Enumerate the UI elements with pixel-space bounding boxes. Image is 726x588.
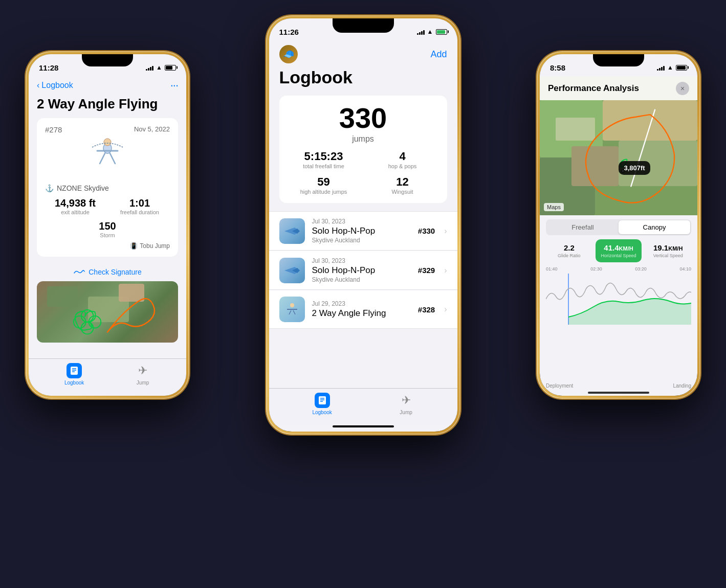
left-content: 2 Way Angle Flying #278 Nov 5, 2022	[29, 96, 186, 358]
center-notch	[333, 18, 394, 33]
tab-jump-left[interactable]: ✈ Jump	[135, 363, 150, 386]
back-button[interactable]: ‹ Logbook	[37, 81, 73, 90]
chart-section: 01:40 02:30 03:20 04:10	[546, 266, 691, 381]
storm-label: Storm	[45, 232, 170, 238]
logbook-tab-icon-center	[317, 395, 327, 405]
jumps-list: Jul 30, 2023 Solo Hop-N-Pop Skydive Auck…	[269, 211, 457, 388]
jump-date-329: Jul 30, 2023	[312, 257, 411, 264]
jumps-big-display: 330 jumps	[288, 104, 439, 144]
freefall-tab[interactable]: Freefall	[547, 220, 619, 234]
jump-center-icon: ✈	[399, 393, 414, 408]
wingsuit-value: 12	[366, 175, 439, 189]
jump-icon: ✈	[135, 363, 150, 378]
chevron-right-icon-330: ›	[444, 227, 447, 236]
landing-label: Landing	[673, 383, 691, 389]
skydiver-small-icon	[283, 302, 301, 316]
svg-point-5	[74, 316, 86, 328]
logbook-icon	[67, 363, 82, 378]
vibrate-icon: 📳	[130, 242, 138, 250]
time-label-0: 01:40	[546, 266, 558, 272]
wifi-icon: ▲	[156, 64, 162, 71]
jump-thumb-img-328	[279, 297, 305, 322]
right-time: 8:58	[550, 63, 565, 72]
perf-header: Performance Analysis ×	[540, 77, 697, 100]
canopy-tab[interactable]: Canopy	[619, 220, 690, 234]
center-status-icons: ▲	[417, 28, 447, 35]
speed-metrics: 2.2 Glide Ratio 41.4KM/H Horizontal Spee…	[546, 239, 691, 262]
jump-list-item[interactable]: Jul 30, 2023 Solo Hop-N-Pop Skydive Auck…	[269, 211, 457, 251]
close-button[interactable]: ×	[676, 82, 689, 95]
chevron-right-icon-329: ›	[444, 266, 447, 275]
chart-svg	[546, 274, 691, 325]
storm-section: 150 Storm	[45, 220, 170, 238]
jump-stats-grid: 14,938 ft exit altitude 1:01 freefall du…	[45, 197, 170, 215]
dropzone-name: NZONE Skydive	[57, 184, 109, 192]
jump-card: #278 Nov 5, 2022	[37, 118, 178, 257]
stats-summary-card: 330 jumps 5:15:23 total freefall time 4 …	[279, 96, 447, 203]
horiz-unit: KM/H	[619, 245, 633, 252]
center-signal-icon	[417, 29, 425, 35]
tab-logbook-center[interactable]: Logbook	[312, 393, 332, 415]
freefall-time-value: 5:15:23	[288, 150, 360, 163]
logbook-title: Logbook	[269, 67, 457, 96]
exit-altitude-stat: 14,938 ft exit altitude	[45, 197, 105, 215]
horizontal-speed-value: 41.4KM/H	[598, 243, 640, 252]
vertical-speed-label: Vertical Speed	[647, 253, 689, 258]
user-avatar: 🧢	[279, 45, 298, 63]
signature-label: Check Signature	[89, 268, 142, 276]
anchor-icon: ⚓	[45, 184, 54, 192]
left-notch	[82, 54, 133, 66]
right-status-icons: ▲	[657, 64, 687, 71]
dropzone-row: ⚓ NZONE Skydive	[45, 184, 170, 192]
left-status-icons: ▲	[146, 64, 176, 71]
center-time: 11:26	[279, 28, 299, 36]
jump-thumb-img-330	[279, 218, 305, 244]
jump-tab-label-center: Jump	[400, 410, 412, 415]
deployment-label: Deployment	[546, 383, 573, 389]
freefall-canopy-tabs: Freefall Canopy	[546, 219, 691, 235]
svg-rect-17	[319, 396, 326, 404]
freefall-time-stat: 5:15:23 total freefall time	[288, 150, 360, 169]
right-phone: 8:58 ▲ Performance A	[537, 51, 700, 399]
tab-logbook-left[interactable]: Logbook	[64, 363, 84, 386]
high-altitude-value: 59	[288, 175, 360, 189]
freefall-value: 1:01	[109, 197, 170, 209]
vertical-speed-value: 19.1KM/H	[647, 243, 689, 252]
left-time: 11:28	[39, 63, 58, 72]
right-home-indicator	[588, 392, 649, 394]
logbook-center-icon	[315, 393, 330, 408]
jump-name-329: Solo Hop-N-Pop	[312, 265, 411, 276]
signature-icon	[73, 268, 85, 276]
back-label: Logbook	[41, 81, 73, 90]
jump-thumb-328	[279, 297, 305, 322]
time-label-1: 02:30	[590, 266, 602, 272]
right-battery-icon	[676, 65, 687, 71]
jump-thumb-330	[279, 218, 305, 244]
jump-location-330: Skydive Auckland	[312, 237, 411, 244]
left-phone: 11:28 ▲ ‹	[26, 51, 189, 399]
vert-num: 19.1	[653, 243, 668, 252]
svg-rect-9	[71, 367, 78, 375]
jump-name-328: 2 Way Angle Flying	[312, 308, 411, 319]
horizontal-speed-metric: 41.4KM/H Horizontal Speed	[596, 239, 642, 262]
tab-jump-center[interactable]: ✈ Jump	[399, 393, 414, 415]
wingsuit-label: Wingsuit	[366, 189, 439, 195]
center-wifi-icon: ▲	[427, 28, 433, 35]
jump-list-item-328[interactable]: Jul 29, 2023 2 Way Angle Flying #328 ›	[269, 290, 457, 329]
jump-thumb-329	[279, 258, 305, 283]
hop-pops-value: 4	[366, 150, 439, 163]
more-button[interactable]: ···	[170, 79, 178, 92]
check-signature-button[interactable]: Check Signature	[37, 263, 178, 281]
right-notch	[593, 54, 644, 66]
jump-number-328: #328	[418, 305, 435, 314]
jump-list-item-329[interactable]: Jul 30, 2023 Solo Hop-N-Pop Skydive Auck…	[269, 251, 457, 290]
jump-info-328: Jul 29, 2023 2 Way Angle Flying	[312, 300, 411, 319]
performance-chart	[546, 274, 691, 325]
hop-pops-stat: 4 hop & pops	[366, 150, 439, 169]
vertical-speed-metric: 19.1KM/H Vertical Speed	[645, 239, 691, 262]
center-battery-icon	[436, 29, 447, 35]
jump-info-329: Jul 30, 2023 Solo Hop-N-Pop Skydive Auck…	[312, 257, 411, 283]
jump-thumb-img-329	[279, 258, 305, 283]
add-button[interactable]: Add	[430, 49, 447, 60]
summary-stats-grid: 5:15:23 total freefall time 4 hop & pops…	[288, 150, 439, 195]
